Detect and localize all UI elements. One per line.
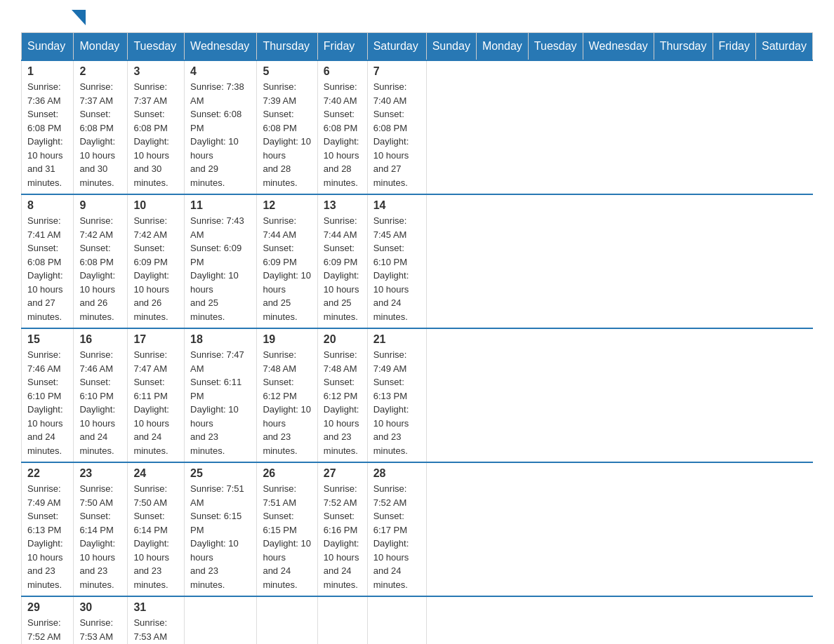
- day-number: 24: [133, 467, 178, 480]
- day-info: Sunrise: 7:42 AM Sunset: 6:08 PM Dayligh…: [79, 214, 121, 323]
- calendar-cell: 9 Sunrise: 7:42 AM Sunset: 6:08 PM Dayli…: [74, 194, 128, 328]
- calendar-cell: 5 Sunrise: 7:39 AM Sunset: 6:08 PM Dayli…: [257, 60, 317, 194]
- day-number: 23: [79, 467, 121, 480]
- day-info: Sunrise: 7:46 AM Sunset: 6:10 PM Dayligh…: [27, 348, 67, 457]
- day-number: 20: [324, 333, 362, 346]
- day-number: 9: [79, 199, 121, 212]
- calendar-cell: 27 Sunrise: 7:52 AM Sunset: 6:16 PM Dayl…: [317, 462, 367, 596]
- day-header-monday: Monday: [74, 33, 128, 61]
- day-number: 12: [263, 199, 311, 212]
- day-number: 4: [190, 65, 251, 78]
- calendar-header-row: SundayMondayTuesdayWednesdayThursdayFrid…: [22, 33, 813, 61]
- day-number: 15: [27, 333, 67, 346]
- calendar-table: SundayMondayTuesdayWednesdayThursdayFrid…: [21, 32, 813, 644]
- calendar-cell: 22 Sunrise: 7:49 AM Sunset: 6:13 PM Dayl…: [22, 462, 74, 596]
- calendar-cell: 3 Sunrise: 7:37 AM Sunset: 6:08 PM Dayli…: [128, 60, 185, 194]
- calendar-week-row: 29 Sunrise: 7:52 AM Sunset: 6:17 PM Dayl…: [22, 596, 813, 644]
- calendar-cell: 14 Sunrise: 7:45 AM Sunset: 6:10 PM Dayl…: [367, 194, 426, 328]
- calendar-cell: 30 Sunrise: 7:53 AM Sunset: 6:18 PM Dayl…: [74, 596, 128, 644]
- calendar-cell: 29 Sunrise: 7:52 AM Sunset: 6:17 PM Dayl…: [22, 596, 74, 644]
- day-info: Sunrise: 7:44 AM Sunset: 6:09 PM Dayligh…: [263, 214, 311, 323]
- day-info: Sunrise: 7:53 AM Sunset: 6:18 PM Dayligh…: [133, 616, 178, 644]
- day-info: Sunrise: 7:52 AM Sunset: 6:17 PM Dayligh…: [373, 482, 421, 591]
- day-number: 6: [324, 65, 362, 78]
- calendar-cell: 31 Sunrise: 7:53 AM Sunset: 6:18 PM Dayl…: [128, 596, 185, 644]
- calendar-cell: 23 Sunrise: 7:50 AM Sunset: 6:14 PM Dayl…: [74, 462, 128, 596]
- day-header-tuesday: Tuesday: [528, 33, 583, 61]
- calendar-week-row: 22 Sunrise: 7:49 AM Sunset: 6:13 PM Dayl…: [22, 462, 813, 596]
- day-header-saturday: Saturday: [755, 33, 812, 61]
- day-info: Sunrise: 7:44 AM Sunset: 6:09 PM Dayligh…: [324, 214, 362, 323]
- day-info: Sunrise: 7:51 AM Sunset: 6:15 PM Dayligh…: [190, 482, 251, 591]
- day-header-saturday: Saturday: [367, 33, 426, 61]
- day-header-sunday: Sunday: [426, 33, 476, 61]
- day-number: 25: [190, 467, 251, 480]
- calendar-cell: [185, 596, 257, 644]
- day-number: 27: [324, 467, 362, 480]
- calendar-week-row: 1 Sunrise: 7:36 AM Sunset: 6:08 PM Dayli…: [22, 60, 813, 194]
- calendar-cell: 24 Sunrise: 7:50 AM Sunset: 6:14 PM Dayl…: [128, 462, 185, 596]
- day-header-wednesday: Wednesday: [185, 33, 257, 61]
- day-number: 14: [373, 199, 421, 212]
- calendar-cell: [367, 596, 426, 644]
- day-number: 10: [133, 199, 178, 212]
- day-number: 31: [133, 601, 178, 614]
- calendar-week-row: 15 Sunrise: 7:46 AM Sunset: 6:10 PM Dayl…: [22, 328, 813, 462]
- day-info: Sunrise: 7:49 AM Sunset: 6:13 PM Dayligh…: [27, 482, 67, 591]
- day-number: 26: [263, 467, 311, 480]
- calendar-cell: 8 Sunrise: 7:41 AM Sunset: 6:08 PM Dayli…: [22, 194, 74, 328]
- day-info: Sunrise: 7:50 AM Sunset: 6:14 PM Dayligh…: [79, 482, 121, 591]
- calendar-cell: 6 Sunrise: 7:40 AM Sunset: 6:08 PM Dayli…: [317, 60, 367, 194]
- day-info: Sunrise: 7:47 AM Sunset: 6:11 PM Dayligh…: [190, 348, 251, 457]
- day-info: Sunrise: 7:50 AM Sunset: 6:14 PM Dayligh…: [133, 482, 178, 591]
- day-info: Sunrise: 7:47 AM Sunset: 6:11 PM Dayligh…: [133, 348, 178, 457]
- calendar-cell: 21 Sunrise: 7:49 AM Sunset: 6:13 PM Dayl…: [367, 328, 426, 462]
- day-info: Sunrise: 7:37 AM Sunset: 6:08 PM Dayligh…: [133, 80, 178, 189]
- day-header-wednesday: Wednesday: [583, 33, 654, 61]
- calendar-cell: 11 Sunrise: 7:43 AM Sunset: 6:09 PM Dayl…: [185, 194, 257, 328]
- day-header-friday: Friday: [713, 33, 755, 61]
- day-number: 5: [263, 65, 311, 78]
- day-info: Sunrise: 7:41 AM Sunset: 6:08 PM Dayligh…: [27, 214, 67, 323]
- day-header-thursday: Thursday: [654, 33, 713, 61]
- day-info: Sunrise: 7:42 AM Sunset: 6:09 PM Dayligh…: [133, 214, 178, 323]
- day-info: Sunrise: 7:48 AM Sunset: 6:12 PM Dayligh…: [263, 348, 311, 457]
- day-info: Sunrise: 7:38 AM Sunset: 6:08 PM Dayligh…: [190, 80, 251, 189]
- day-info: Sunrise: 7:36 AM Sunset: 6:08 PM Dayligh…: [27, 80, 67, 189]
- calendar-cell: 19 Sunrise: 7:48 AM Sunset: 6:12 PM Dayl…: [257, 328, 317, 462]
- day-info: Sunrise: 7:43 AM Sunset: 6:09 PM Dayligh…: [190, 214, 251, 323]
- calendar-cell: 2 Sunrise: 7:37 AM Sunset: 6:08 PM Dayli…: [74, 60, 128, 194]
- day-info: Sunrise: 7:45 AM Sunset: 6:10 PM Dayligh…: [373, 214, 421, 323]
- day-number: 30: [79, 601, 121, 614]
- day-info: Sunrise: 7:40 AM Sunset: 6:08 PM Dayligh…: [324, 80, 362, 189]
- day-header-sunday: Sunday: [22, 33, 74, 61]
- page-header: [21, 14, 813, 25]
- day-number: 29: [27, 601, 67, 614]
- calendar-cell: 18 Sunrise: 7:47 AM Sunset: 6:11 PM Dayl…: [185, 328, 257, 462]
- day-number: 28: [373, 467, 421, 480]
- day-number: 16: [79, 333, 121, 346]
- day-number: 11: [190, 199, 251, 212]
- calendar-cell: 20 Sunrise: 7:48 AM Sunset: 6:12 PM Dayl…: [317, 328, 367, 462]
- calendar-cell: 26 Sunrise: 7:51 AM Sunset: 6:15 PM Dayl…: [257, 462, 317, 596]
- day-info: Sunrise: 7:52 AM Sunset: 6:16 PM Dayligh…: [324, 482, 362, 591]
- day-number: 1: [27, 65, 67, 78]
- day-header-friday: Friday: [317, 33, 367, 61]
- calendar-cell: 25 Sunrise: 7:51 AM Sunset: 6:15 PM Dayl…: [185, 462, 257, 596]
- logo: [21, 14, 86, 25]
- calendar-cell: 7 Sunrise: 7:40 AM Sunset: 6:08 PM Dayli…: [367, 60, 426, 194]
- day-header-thursday: Thursday: [257, 33, 317, 61]
- day-number: 17: [133, 333, 178, 346]
- calendar-cell: 17 Sunrise: 7:47 AM Sunset: 6:11 PM Dayl…: [128, 328, 185, 462]
- logo-arrow: [72, 10, 86, 25]
- day-info: Sunrise: 7:51 AM Sunset: 6:15 PM Dayligh…: [263, 482, 311, 591]
- day-number: 8: [27, 199, 67, 212]
- calendar-cell: 12 Sunrise: 7:44 AM Sunset: 6:09 PM Dayl…: [257, 194, 317, 328]
- day-number: 13: [324, 199, 362, 212]
- calendar-cell: 16 Sunrise: 7:46 AM Sunset: 6:10 PM Dayl…: [74, 328, 128, 462]
- calendar-cell: 13 Sunrise: 7:44 AM Sunset: 6:09 PM Dayl…: [317, 194, 367, 328]
- day-info: Sunrise: 7:39 AM Sunset: 6:08 PM Dayligh…: [263, 80, 311, 189]
- day-number: 7: [373, 65, 421, 78]
- day-info: Sunrise: 7:37 AM Sunset: 6:08 PM Dayligh…: [79, 80, 121, 189]
- day-header-monday: Monday: [476, 33, 528, 61]
